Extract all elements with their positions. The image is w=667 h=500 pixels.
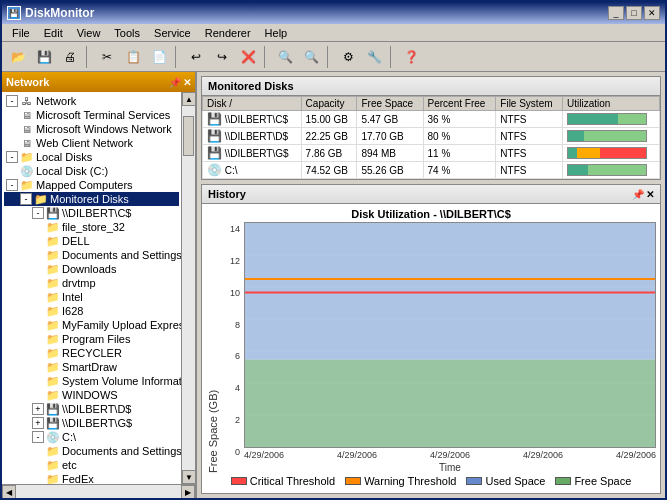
terminal-icon: 🖥 (20, 109, 34, 121)
menu-edit[interactable]: Edit (38, 26, 69, 40)
expander-mapped[interactable]: - (6, 179, 18, 191)
tree-label-terminal: Microsoft Terminal Services (36, 109, 170, 121)
scroll-thumb[interactable] (183, 116, 194, 156)
tree-item-mapped[interactable]: - 📁 Mapped Computers (4, 178, 179, 192)
menu-service[interactable]: Service (148, 26, 197, 40)
tree-item-recycler[interactable]: 📁 RECYCLER (4, 346, 179, 360)
expander-dilbert-d[interactable]: + (32, 403, 44, 415)
toolbar-cut[interactable]: ✂ (95, 45, 119, 69)
hscroll-left-btn[interactable]: ◀ (2, 485, 16, 498)
toolbar-save[interactable]: 💾 (32, 45, 56, 69)
menu-file[interactable]: File (6, 26, 36, 40)
cell-util-2 (563, 128, 660, 145)
tree-item-dell[interactable]: 📁 DELL (4, 234, 179, 248)
cell-util-1 (563, 111, 660, 128)
table-row[interactable]: 💾 \\DILBERT\G$ 7.86 GB 894 MB 11 % NTFS (203, 145, 660, 162)
expander-dilbert-c[interactable]: - (32, 207, 44, 219)
table-row[interactable]: 💾 \\DILBERT\D$ 22.25 GB 17.70 GB 80 % NT… (203, 128, 660, 145)
tree-item-msnetwork[interactable]: 🖥 Microsoft Windows Network (4, 122, 179, 136)
tree-item-localdisks[interactable]: - 📁 Local Disks (4, 150, 179, 164)
toolbar-redo[interactable]: ↪ (210, 45, 234, 69)
tree-item-myfamily[interactable]: 📁 MyFamily Upload Express (4, 318, 179, 332)
expander-dilbert-g[interactable]: + (32, 417, 44, 429)
chart-plot (244, 222, 656, 448)
toolbar-search1[interactable]: 🔍 (273, 45, 297, 69)
tree-item-fedex[interactable]: 📁 FedEx (4, 472, 179, 484)
tree-item-docsettings[interactable]: 📁 Documents and Settings (4, 248, 179, 262)
chart-title: Disk Utilization - \\DILBERT\C$ (206, 208, 656, 220)
toolbar-delete[interactable]: ❌ (236, 45, 260, 69)
cell-fs-2: NTFS (496, 128, 563, 145)
toolbar-help[interactable]: ❓ (399, 45, 423, 69)
tree-item-webclient[interactable]: 🖥 Web Client Network (4, 136, 179, 150)
left-hscrollbar[interactable]: ◀ ▶ (2, 484, 195, 498)
toolbar-settings[interactable]: ⚙ (336, 45, 360, 69)
scroll-down-btn[interactable]: ▼ (182, 470, 195, 484)
tree-item-dilbert-d[interactable]: + 💾 \\DILBERT\D$ (4, 402, 179, 416)
tree-item-network[interactable]: - 🖧 Network (4, 94, 179, 108)
expander-network[interactable]: - (6, 95, 18, 107)
history-close[interactable]: ✕ (646, 189, 654, 200)
tree-item-programfiles[interactable]: 📁 Program Files (4, 332, 179, 346)
menu-tools[interactable]: Tools (108, 26, 146, 40)
title-buttons: _ □ ✕ (608, 6, 660, 20)
menu-renderer[interactable]: Renderer (199, 26, 257, 40)
tree-item-localc[interactable]: 💿 Local Disk (C:) (4, 164, 179, 178)
tree-label-recycler: RECYCLER (62, 347, 122, 359)
toolbar-undo[interactable]: ↩ (184, 45, 208, 69)
tree-item-i628[interactable]: 📁 I628 (4, 304, 179, 318)
minimize-button[interactable]: _ (608, 6, 624, 20)
tree-item-drvtmp[interactable]: 📁 drvtmp (4, 276, 179, 290)
x-label-3: 4/29/2006 (430, 450, 470, 460)
toolbar-tools[interactable]: 🔧 (362, 45, 386, 69)
menu-help[interactable]: Help (259, 26, 294, 40)
toolbar-search2[interactable]: 🔍 (299, 45, 323, 69)
tree-item-docsettings2[interactable]: 📁 Documents and Settings (4, 444, 179, 458)
chart-legend: Critical Threshold Warning Threshold Use… (206, 473, 656, 489)
panel-close[interactable]: ✕ (183, 77, 191, 88)
panel-pin[interactable]: 📌 (169, 77, 181, 88)
left-panel-title: Network (6, 76, 49, 88)
tree-area[interactable]: - 🖧 Network 🖥 Microsoft Terminal Service… (2, 92, 181, 484)
x-label-4: 4/29/2006 (523, 450, 563, 460)
toolbar-paste[interactable]: 📄 (147, 45, 171, 69)
tree-label-intel: Intel (62, 291, 83, 303)
maximize-button[interactable]: □ (626, 6, 642, 20)
toolbar-open[interactable]: 📂 (6, 45, 30, 69)
expander-monitored[interactable]: - (20, 193, 32, 205)
menu-view[interactable]: View (71, 26, 107, 40)
tree-item-downloads[interactable]: 📁 Downloads (4, 262, 179, 276)
dilbert-d-icon: 💾 (46, 403, 60, 415)
scroll-up-btn[interactable]: ▲ (182, 92, 195, 106)
expander-localdisks[interactable]: - (6, 151, 18, 163)
table-row[interactable]: 💿 C:\ 74.52 GB 55.26 GB 74 % NTFS (203, 162, 660, 179)
tree-item-intel[interactable]: 📁 Intel (4, 290, 179, 304)
tree-label-dilbert-c: \\DILBERT\C$ (62, 207, 132, 219)
tree-label-windows: WINDOWS (62, 389, 118, 401)
col-percentfree: Percent Free (423, 97, 496, 111)
tree-item-monitored[interactable]: - 📁 Monitored Disks (4, 192, 179, 206)
left-scrollbar[interactable]: ▲ ▼ (181, 92, 195, 484)
x-label-1: 4/29/2006 (244, 450, 284, 460)
tree-item-dilbert-g[interactable]: + 💾 \\DILBERT\G$ (4, 416, 179, 430)
toolbar-print[interactable]: 🖨 (58, 45, 82, 69)
scroll-track[interactable] (182, 106, 195, 470)
util-bar-4 (567, 164, 647, 176)
tree-item-smartdraw[interactable]: 📁 SmartDraw (4, 360, 179, 374)
toolbar-copy[interactable]: 📋 (121, 45, 145, 69)
cell-free-2: 17.70 GB (357, 128, 423, 145)
tree-item-dilbert-c[interactable]: - 💾 \\DILBERT\C$ (4, 206, 179, 220)
tree-item-etc[interactable]: 📁 etc (4, 458, 179, 472)
table-row[interactable]: 💾 \\DILBERT\C$ 15.00 GB 5.47 GB 36 % NTF… (203, 111, 660, 128)
tree-item-sysvolinfo[interactable]: 📁 System Volume Information (4, 374, 179, 388)
tree-item-filestore[interactable]: 📁 file_store_32 (4, 220, 179, 234)
expander-drive-c[interactable]: - (32, 431, 44, 443)
hscroll-track[interactable] (16, 485, 181, 498)
tree-item-drive-c[interactable]: - 💿 C:\ (4, 430, 179, 444)
close-button[interactable]: ✕ (644, 6, 660, 20)
tree-item-windows[interactable]: 📁 WINDOWS (4, 388, 179, 402)
tree-item-terminal[interactable]: 🖥 Microsoft Terminal Services (4, 108, 179, 122)
hscroll-right-btn[interactable]: ▶ (181, 485, 195, 498)
cell-fs-1: NTFS (496, 111, 563, 128)
history-pin[interactable]: 📌 (632, 189, 644, 200)
